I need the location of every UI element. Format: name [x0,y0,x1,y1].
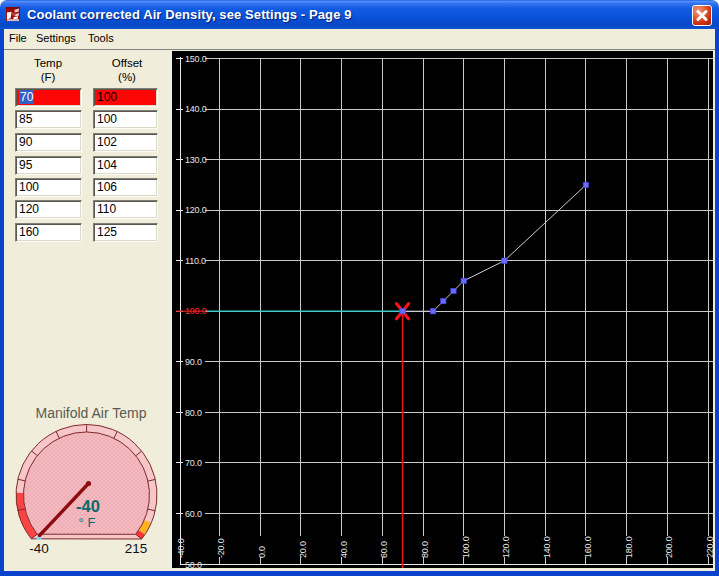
svg-text:110.0: 110.0 [185,256,206,266]
svg-text:200.0: 200.0 [664,536,674,558]
svg-text:215: 215 [125,541,148,556]
svg-text:100.0: 100.0 [185,306,207,316]
svg-text:50.0: 50.0 [185,560,202,569]
svg-text:0.0: 0.0 [257,546,267,558]
svg-text:60.0: 60.0 [379,541,389,558]
svg-text:130.0: 130.0 [185,155,207,165]
svg-text:-40: -40 [29,541,49,556]
svg-text:100.0: 100.0 [461,536,471,558]
svg-text:180.0: 180.0 [624,536,634,558]
svg-text:140.0: 140.0 [185,104,207,114]
svg-text:60.0: 60.0 [185,509,202,519]
svg-text:120.0: 120.0 [501,536,511,558]
svg-text:90.0: 90.0 [185,357,202,367]
svg-text:70.0: 70.0 [185,458,202,468]
svg-text:-20.0: -20.0 [216,538,226,558]
svg-text:80.0: 80.0 [420,541,430,558]
svg-text:° F: ° F [79,515,96,530]
svg-text:160.0: 160.0 [583,536,593,558]
svg-text:-40.0: -40.0 [176,538,186,558]
svg-text:-40: -40 [76,497,100,515]
svg-text:150.0: 150.0 [185,54,207,64]
svg-text:40.0: 40.0 [339,541,349,558]
svg-text:80.0: 80.0 [185,408,202,418]
svg-text:220.0: 220.0 [705,536,713,558]
svg-text:120.0: 120.0 [185,205,207,215]
svg-text:140.0: 140.0 [542,536,552,558]
svg-text:20.0: 20.0 [298,541,308,558]
